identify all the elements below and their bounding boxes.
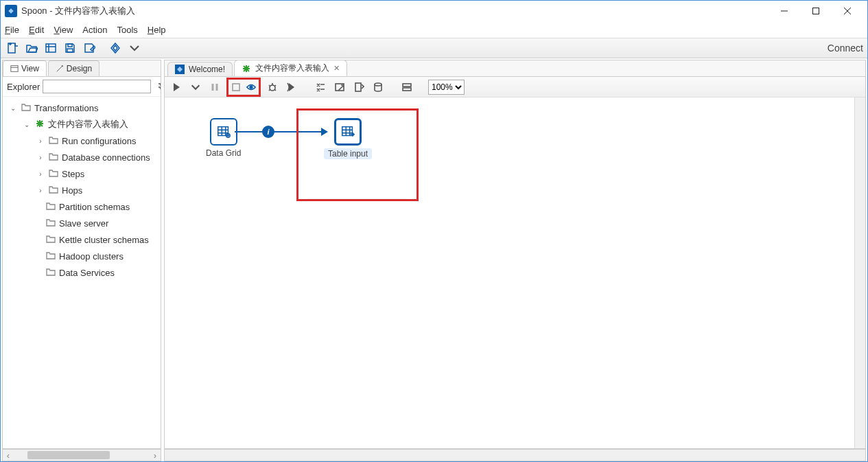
svg-rect-8	[233, 84, 239, 91]
tree-label: Transformations	[34, 103, 98, 113]
chevron-right-icon[interactable]: ›	[36, 187, 45, 194]
editor-horizontal-scrollbar[interactable]	[164, 449, 866, 461]
menu-file[interactable]: File	[5, 25, 19, 35]
chevron-down-icon[interactable]: ⌄	[22, 121, 32, 128]
titlebar: Spoon - 文件内容带入表输入	[1, 1, 867, 21]
stop-icon[interactable]	[228, 80, 244, 95]
explorer-search-input[interactable]	[43, 80, 151, 93]
transformation-icon	[242, 64, 251, 73]
run-icon[interactable]	[169, 80, 184, 95]
tab-design[interactable]: Design	[48, 60, 99, 76]
chevron-right-icon[interactable]: ›	[36, 154, 45, 161]
replay-icon[interactable]	[284, 80, 299, 95]
menu-edit[interactable]: Edit	[29, 25, 44, 35]
save-icon[interactable]	[62, 41, 78, 56]
editor-toolbar: 100%	[165, 77, 865, 97]
new-file-icon[interactable]	[5, 41, 20, 56]
data-grid-icon	[210, 118, 237, 146]
tree-steps[interactable]: › Steps	[3, 165, 161, 182]
chevron-right-icon[interactable]: ›	[36, 170, 45, 178]
app-small-icon	[175, 65, 185, 74]
tree-expand-icon[interactable]	[156, 80, 161, 93]
vertical-scrollbar[interactable]	[854, 97, 865, 448]
tab-label: Welcome!	[189, 65, 225, 74]
tree-label: Database connections	[62, 152, 150, 163]
folder-icon	[48, 151, 59, 164]
folder-icon	[45, 217, 56, 230]
svg-rect-12	[355, 83, 361, 91]
minimize-button[interactable]	[769, 1, 800, 21]
tree-current-transformation[interactable]: ⌄ 文件内容带入表输入	[3, 116, 161, 132]
bottom-scrollbars: ‹ ›	[1, 449, 867, 461]
svg-point-13	[375, 83, 382, 86]
explore-db-icon[interactable]	[371, 80, 386, 95]
tab-view[interactable]: View	[3, 60, 47, 76]
step-label: Data Grid	[206, 148, 241, 158]
explore-repo-icon[interactable]	[43, 41, 58, 56]
tree-data-services[interactable]: Data Services	[3, 264, 161, 281]
tree-label: Partition schemas	[59, 202, 130, 212]
preview-icon[interactable]	[244, 80, 259, 95]
svg-rect-5	[67, 49, 73, 52]
main-toolbar: Connect	[1, 38, 867, 58]
menu-action[interactable]: Action	[82, 25, 107, 35]
tree-label: Slave server	[59, 218, 108, 229]
tree-hops[interactable]: › Hops	[3, 182, 161, 198]
tree-hadoop-clusters[interactable]: Hadoop clusters	[3, 248, 161, 264]
impact-icon[interactable]	[332, 80, 347, 95]
perspectives-dropdown-icon[interactable]	[127, 41, 142, 56]
tab-welcome[interactable]: Welcome!	[167, 62, 233, 76]
tree-slave-server[interactable]: Slave server	[3, 215, 161, 231]
editor-tabs: Welcome! 文件内容带入表输入 ✕	[165, 60, 865, 77]
zoom-select[interactable]: 100%	[428, 80, 465, 95]
open-file-icon[interactable]	[24, 41, 39, 56]
pause-icon[interactable]	[207, 80, 222, 95]
close-button[interactable]	[832, 1, 863, 21]
folder-icon	[48, 135, 59, 148]
tree-label: Kettle cluster schemas	[59, 235, 149, 245]
left-panel: View Design Explorer ⌄ Transformations ⌄	[2, 60, 161, 449]
verify-icon[interactable]	[313, 80, 328, 95]
tree-transformations[interactable]: ⌄ Transformations	[3, 100, 161, 116]
hop-info-icon[interactable]: i	[262, 126, 274, 138]
svg-rect-3	[46, 44, 56, 52]
step-data-grid[interactable]: Data Grid	[206, 118, 241, 158]
debug-icon[interactable]	[265, 80, 280, 95]
menu-help[interactable]: Help	[148, 25, 166, 35]
save-as-icon[interactable]	[82, 41, 97, 56]
chevron-down-icon[interactable]: ⌄	[8, 104, 18, 112]
perspectives-icon[interactable]	[108, 41, 123, 56]
tree-run-configurations[interactable]: › Run configurations	[3, 132, 161, 149]
left-panel-horizontal-scrollbar[interactable]: ‹ ›	[2, 449, 161, 461]
svg-rect-2	[8, 43, 15, 53]
tree-label: Steps	[62, 169, 84, 179]
sql-icon[interactable]	[351, 80, 366, 95]
tree-database-connections[interactable]: › Database connections	[3, 149, 161, 165]
canvas[interactable]: Data Grid i Table input	[165, 97, 865, 448]
tab-current-transformation[interactable]: 文件内容带入表输入 ✕	[234, 60, 347, 76]
tree-kettle-cluster-schemas[interactable]: Kettle cluster schemas	[3, 231, 161, 248]
svg-rect-15	[403, 88, 411, 91]
show-results-icon[interactable]	[399, 80, 414, 95]
chevron-right-icon[interactable]: ›	[36, 137, 45, 145]
explorer-row: Explorer	[3, 77, 161, 97]
tree-label: Run configurations	[62, 136, 136, 146]
tree-label: Data Services	[59, 268, 115, 278]
run-options-dropdown-icon[interactable]	[188, 80, 203, 95]
transformation-icon	[34, 118, 45, 131]
explorer-label: Explorer	[7, 82, 40, 92]
window-title: Spoon - 文件内容带入表输入	[21, 5, 135, 17]
menu-view[interactable]: View	[54, 25, 73, 35]
app-icon	[5, 5, 17, 17]
svg-rect-1	[813, 8, 819, 14]
left-panel-tabs: View Design	[3, 60, 161, 77]
close-tab-icon[interactable]: ✕	[333, 64, 340, 73]
connect-link[interactable]: Connect	[828, 43, 863, 54]
tree-label: Hadoop clusters	[59, 251, 124, 262]
maximize-button[interactable]	[800, 1, 832, 21]
svg-point-9	[249, 85, 253, 89]
menubar: File Edit View Action Tools Help	[1, 21, 867, 38]
folder-icon	[21, 102, 32, 115]
menu-tools[interactable]: Tools	[117, 25, 137, 35]
tree-partition-schemas[interactable]: Partition schemas	[3, 198, 161, 215]
